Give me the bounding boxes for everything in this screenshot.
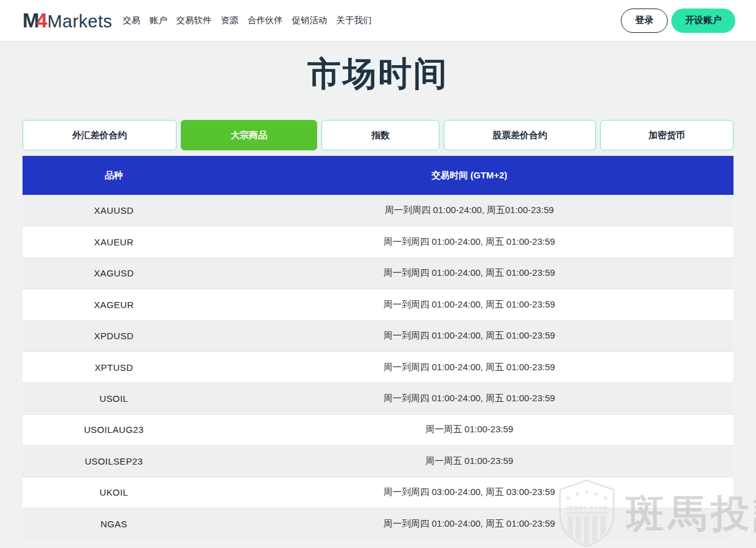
- symbol-cell: XPDUSD: [23, 321, 205, 351]
- tab-crypto[interactable]: 加密货币: [600, 120, 733, 150]
- table-row: NGAS 周一到周四 01:00-24:00, 周五 01:00-23:59: [23, 508, 733, 539]
- main-nav: 交易 账户 交易软件 资源 合作伙伴 促销活动 关于我们: [122, 12, 373, 29]
- table-row: USOIL 周一到周四 01:00-24:00, 周五 01:00-23:59: [23, 382, 733, 413]
- time-cell: 周一到周四 01:00-24:00, 周五01:00-23:59: [205, 195, 733, 226]
- top-navigation-bar: M 4 Markets 交易 账户 交易软件 资源 合作伙伴 促销活动 关于我们…: [0, 0, 756, 41]
- table-row: XAUEUR 周一到周四 01:00-24:00, 周五 01:00-23:59: [23, 226, 733, 257]
- page-title: 市场时间: [0, 57, 756, 91]
- symbol-cell: UKOIL: [23, 477, 205, 508]
- nav-item-promotions[interactable]: 促销活动: [291, 12, 329, 29]
- symbol-cell: USOIL: [23, 383, 205, 413]
- table-row: XPTUSD 周一到周四 01:00-24:00, 周五 01:00-23:59: [23, 351, 733, 382]
- symbol-cell: NGAS: [23, 508, 205, 539]
- table-row: USOILSEP23 周一周五 01:00-23:59: [23, 445, 733, 476]
- table-row: XPDUSD 周一到周四 01:00-24:00, 周五 01:00-23:59: [23, 320, 733, 351]
- nav-item-about[interactable]: 关于我们: [335, 12, 373, 29]
- table-row: XAUUSD 周一到周四 01:00-24:00, 周五01:00-23:59: [23, 195, 733, 226]
- nav-item-accounts[interactable]: 账户: [149, 12, 169, 29]
- symbol-cell: XAGUSD: [23, 258, 205, 289]
- market-hours-table: 品种 交易时间 (GTM+2) XAUUSD 周一到周四 01:00-24:00…: [23, 156, 733, 539]
- main-content: 外汇差价合约 大宗商品 指数 股票差价合约 加密货币 品种 交易时间 (GTM+…: [23, 120, 733, 539]
- nav-item-partners[interactable]: 合作伙伴: [247, 12, 284, 29]
- brand-logo[interactable]: M 4 Markets: [23, 10, 113, 30]
- time-cell: 周一到周四 01:00-24:00, 周五 01:00-23:59: [205, 508, 733, 539]
- time-cell: 周一到周四 01:00-24:00, 周五 01:00-23:59: [205, 258, 733, 289]
- time-cell: 周一到周四 01:00-24:00, 周五 01:00-23:59: [205, 289, 733, 320]
- logo-digit-4: 4: [37, 10, 47, 30]
- time-cell: 周一到周四 01:00-24:00, 周五 01:00-23:59: [205, 227, 733, 257]
- table-row: UKOIL 周一到周四 03:00-24:00, 周五 03:00-23:59: [23, 477, 733, 508]
- symbol-column-header: 品种: [23, 156, 205, 195]
- nav-item-resources[interactable]: 资源: [220, 12, 240, 29]
- nav-item-trading[interactable]: 交易: [122, 12, 142, 29]
- nav-item-platforms[interactable]: 交易软件: [175, 12, 213, 29]
- time-cell: 周一到周四 01:00-24:00, 周五 01:00-23:59: [205, 321, 733, 351]
- table-row: XAGEUR 周一到周四 01:00-24:00, 周五 01:00-23:59: [23, 289, 733, 320]
- symbol-cell: USOILAUG23: [23, 415, 205, 445]
- table-header-row: 品种 交易时间 (GTM+2): [23, 156, 733, 195]
- time-column-header: 交易时间 (GTM+2): [205, 156, 733, 195]
- tab-share-cfd[interactable]: 股票差价合约: [444, 120, 596, 150]
- symbol-cell: USOILSEP23: [23, 446, 205, 476]
- symbol-cell: XPTUSD: [23, 352, 205, 382]
- table-row: USOILAUG23 周一周五 01:00-23:59: [23, 414, 733, 445]
- symbol-cell: XAUUSD: [23, 195, 205, 226]
- time-cell: 周一到周四 03:00-24:00, 周五 03:00-23:59: [205, 477, 733, 508]
- symbol-cell: XAGEUR: [23, 289, 205, 320]
- market-category-tabs: 外汇差价合约 大宗商品 指数 股票差价合约 加密货币: [23, 120, 733, 150]
- time-cell: 周一到周四 01:00-24:00, 周五 01:00-23:59: [205, 383, 733, 413]
- table-body: XAUUSD 周一到周四 01:00-24:00, 周五01:00-23:59 …: [23, 195, 733, 539]
- time-cell: 周一周五 01:00-23:59: [205, 415, 733, 445]
- login-button[interactable]: 登录: [621, 9, 668, 33]
- header-actions: 登录 开设账户: [621, 9, 735, 33]
- logo-wordmark: Markets: [47, 13, 113, 30]
- symbol-cell: XAUEUR: [23, 227, 205, 257]
- time-cell: 周一到周四 01:00-24:00, 周五 01:00-23:59: [205, 352, 733, 382]
- tab-indices[interactable]: 指数: [321, 120, 439, 150]
- open-account-button[interactable]: 开设账户: [671, 9, 735, 33]
- tab-forex-cfd[interactable]: 外汇差价合约: [23, 120, 177, 150]
- table-row: XAGUSD 周一到周四 01:00-24:00, 周五 01:00-23:59: [23, 258, 733, 289]
- time-cell: 周一周五 01:00-23:59: [205, 446, 733, 476]
- tab-commodities[interactable]: 大宗商品: [181, 120, 317, 150]
